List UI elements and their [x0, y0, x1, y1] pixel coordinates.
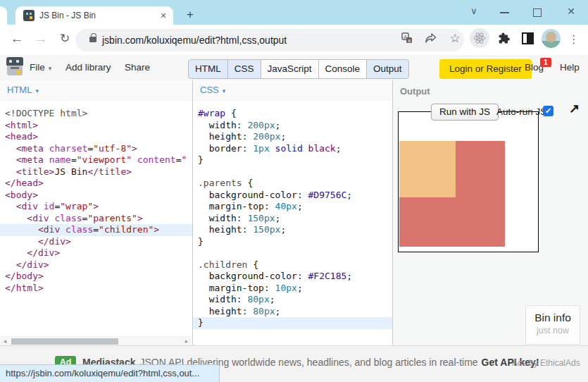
- code-line[interactable]: .children {: [193, 259, 392, 271]
- output-children-box: [399, 141, 456, 197]
- code-line[interactable]: <meta charset="utf-8">: [0, 143, 192, 155]
- code-line[interactable]: <div class="children">: [0, 224, 192, 236]
- atom-extension-icon[interactable]: [470, 28, 489, 48]
- html-panel-dropdown[interactable]: HTML▾: [7, 80, 39, 99]
- code-line[interactable]: height: 150px;: [193, 224, 392, 236]
- jsbin-panel-tabs: HTMLCSSJavaScriptConsoleOutput: [188, 59, 409, 79]
- code-line[interactable]: <!DOCTYPE html>: [0, 108, 192, 120]
- browser-toolbar: ← → ↻ jsbin.com/koluxiqemu/edit?html,css…: [0, 25, 588, 56]
- status-bar-url: https://jsbin.com/koluxiqemu/edit?html,c…: [0, 364, 220, 382]
- code-line[interactable]: }: [193, 154, 392, 166]
- code-line[interactable]: <title>JS Bin</title>: [0, 166, 192, 178]
- tab-output[interactable]: Output: [366, 59, 409, 79]
- code-line[interactable]: width: 200px;: [193, 120, 392, 132]
- scroll-right-icon[interactable]: ▸: [182, 337, 191, 345]
- autorun-checkbox[interactable]: ✓: [543, 106, 553, 116]
- help-link[interactable]: Help: [560, 55, 580, 80]
- code-line[interactable]: <meta name="viewport" content=": [0, 154, 192, 166]
- code-line[interactable]: background-color: #F2C185;: [193, 271, 392, 283]
- code-line[interactable]: background-color: #D9756C;: [193, 190, 392, 202]
- output-wrap-box: [398, 111, 539, 252]
- code-line[interactable]: .parents {: [193, 178, 392, 190]
- blog-notification-badge: 1: [540, 58, 551, 67]
- forward-button[interactable]: →: [33, 31, 49, 47]
- code-line[interactable]: #wrap {: [193, 108, 392, 120]
- window-close-button[interactable]: ✕: [565, 6, 577, 17]
- bin-info-time: just now: [526, 326, 580, 335]
- minimize-button[interactable]: [500, 12, 509, 13]
- scroll-left-icon[interactable]: ◂: [1, 337, 9, 345]
- browser-menu-icon[interactable]: ⋮: [568, 30, 580, 49]
- html-code[interactable]: <!DOCTYPE html><html><head> <meta charse…: [0, 99, 192, 345]
- css-editor-panel: CSS▾ #wrap { width: 200px; height: 200px…: [193, 80, 393, 345]
- tab-javascript[interactable]: JavaScript: [261, 59, 319, 79]
- share-icon[interactable]: [425, 32, 437, 47]
- code-line[interactable]: }: [193, 236, 392, 248]
- code-line[interactable]: <html>: [0, 120, 192, 132]
- ad-attribution-link[interactable]: Ads by EthicalAds: [512, 358, 580, 368]
- login-register-button[interactable]: Login or Register: [439, 59, 532, 79]
- menu-item-file[interactable]: File▾: [30, 55, 51, 80]
- code-line[interactable]: </div>: [0, 247, 192, 259]
- code-line[interactable]: <div id="wrap">: [0, 201, 192, 213]
- code-line[interactable]: </div>: [0, 259, 192, 271]
- menu-item-add-library[interactable]: Add library: [65, 55, 111, 80]
- tab-css[interactable]: CSS: [227, 59, 261, 79]
- code-line[interactable]: }: [193, 317, 392, 329]
- jsbin-toolbar: File▾ Add library Share HTMLCSSJavaScrip…: [0, 55, 588, 81]
- tab-html[interactable]: HTML: [188, 59, 228, 79]
- translate-icon[interactable]: Aa: [401, 32, 413, 47]
- code-line[interactable]: </div>: [0, 236, 192, 248]
- html-panel-header: HTML▾: [0, 80, 192, 100]
- tab-title: JS Bin - JS Bin: [39, 6, 96, 25]
- code-line[interactable]: [193, 247, 392, 259]
- code-line[interactable]: </html>: [0, 283, 192, 295]
- code-line[interactable]: margin-top: 10px;: [193, 283, 392, 295]
- code-line[interactable]: width: 150px;: [193, 213, 392, 225]
- browser-titlebar: JS Bin - JS Bin ✕ + ∨ ✕: [0, 0, 588, 25]
- code-line[interactable]: border: 1px solid black;: [193, 143, 392, 155]
- code-line[interactable]: [193, 166, 392, 178]
- css-code[interactable]: #wrap { width: 200px; height: 200px; bor…: [193, 99, 392, 345]
- menu-item-share[interactable]: Share: [125, 55, 150, 80]
- output-panel-label: Output: [400, 86, 430, 97]
- tab-search-chevron-icon[interactable]: ∨: [468, 6, 480, 16]
- run-with-js-button[interactable]: Run with JS: [431, 104, 499, 121]
- html-horizontal-scrollbar[interactable]: ◂ ▸: [0, 336, 192, 345]
- code-line[interactable]: height: 80px;: [193, 306, 392, 318]
- code-line[interactable]: </body>: [0, 271, 192, 283]
- extensions-puzzle-icon[interactable]: [498, 32, 511, 47]
- back-button[interactable]: ←: [9, 31, 25, 47]
- jsbin-favicon-icon: [23, 10, 35, 21]
- caret-down-icon: ▾: [35, 87, 39, 94]
- scrollbar-thumb[interactable]: [11, 338, 118, 345]
- maximize-button[interactable]: [533, 8, 542, 17]
- code-line[interactable]: <div class="parents">: [0, 213, 192, 225]
- bin-info-panel[interactable]: Bin info just now: [525, 305, 580, 345]
- profile-avatar[interactable]: [542, 29, 561, 48]
- code-line[interactable]: margin-top: 40px;: [193, 201, 392, 213]
- tab-close-icon[interactable]: ✕: [158, 10, 169, 21]
- code-line[interactable]: <body>: [0, 190, 192, 202]
- new-tab-button[interactable]: +: [184, 8, 196, 21]
- tab-edge-sliver: [0, 6, 7, 25]
- tab-console[interactable]: Console: [318, 59, 368, 79]
- bin-info-title: Bin info: [526, 312, 580, 324]
- split-screen-extension-icon[interactable]: [522, 32, 534, 44]
- url-text[interactable]: jsbin.com/koluxiqemu/edit?html,css,outpu…: [102, 29, 287, 51]
- browser-tab[interactable]: JS Bin - JS Bin ✕: [15, 6, 173, 25]
- bookmark-star-icon[interactable]: ☆: [448, 30, 462, 47]
- open-output-window-icon[interactable]: ↗: [569, 101, 580, 116]
- caret-down-icon: ▾: [49, 65, 52, 72]
- code-line[interactable]: <head>: [0, 131, 192, 143]
- css-panel-dropdown[interactable]: CSS▾: [200, 80, 225, 99]
- reload-button[interactable]: ↻: [57, 31, 73, 47]
- code-line[interactable]: </head>: [0, 178, 192, 190]
- code-line[interactable]: width: 80px;: [193, 294, 392, 306]
- autorun-js-label: Auto-run JS: [496, 106, 546, 117]
- browser-window: JS Bin - JS Bin ✕ + ∨ ✕ ← → ↻ jsbin.com/…: [0, 0, 588, 382]
- css-panel-header: CSS▾: [193, 80, 392, 100]
- code-line[interactable]: height: 200px;: [193, 131, 392, 143]
- caret-down-icon: ▾: [223, 87, 226, 94]
- jsbin-logo-icon[interactable]: [6, 57, 23, 77]
